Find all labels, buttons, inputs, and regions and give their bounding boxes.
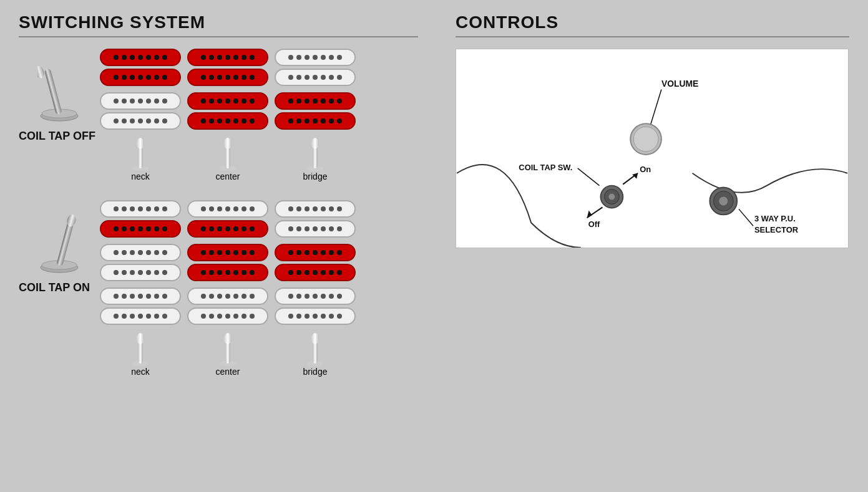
center-coil-top-on-1 bbox=[187, 200, 268, 218]
neck-coil-bottom-on-2 bbox=[100, 264, 181, 281]
switching-system-title: SWITCHING SYSTEM bbox=[19, 12, 418, 32]
bridge-switch-icon-on bbox=[305, 332, 326, 367]
neck-block-off-2 bbox=[100, 92, 181, 130]
center-coil-bottom-on-2 bbox=[187, 264, 268, 281]
svg-point-9 bbox=[224, 138, 232, 149]
bridge-label-off: bridge bbox=[303, 171, 328, 181]
center-coil-top-off-2 bbox=[187, 92, 268, 110]
coil-tap-on-toggle-area: COIL TAP ON bbox=[19, 200, 100, 294]
neck-block-on-2 bbox=[100, 244, 181, 281]
center-coil-bottom-off-2 bbox=[187, 112, 268, 130]
svg-rect-15 bbox=[56, 219, 74, 266]
center-switch-icon-on bbox=[217, 332, 239, 367]
neck-coil-top-off-2 bbox=[100, 92, 181, 110]
svg-point-22 bbox=[224, 333, 232, 344]
center-switch-off: center bbox=[187, 137, 268, 181]
center-block-on-3 bbox=[187, 287, 268, 325]
center-coil-bottom-on-1 bbox=[187, 220, 268, 238]
neck-coil-bottom-on-3 bbox=[100, 307, 181, 325]
pickup-row-2 bbox=[100, 92, 418, 130]
selector-label-line1: 3 WAY P.U. bbox=[754, 214, 796, 223]
center-coil-top-off bbox=[187, 49, 268, 66]
svg-point-33 bbox=[608, 194, 615, 200]
center-coil-bottom-on-3 bbox=[187, 307, 268, 325]
bridge-coil-top-on-1 bbox=[275, 200, 356, 218]
center-block-off bbox=[187, 49, 268, 86]
on-pickup-row-3 bbox=[100, 287, 418, 325]
bridge-block-on-2 bbox=[275, 244, 356, 281]
center-switch-icon-off bbox=[217, 137, 239, 171]
neck-coil-top-on-1 bbox=[100, 200, 181, 218]
neck-block-off bbox=[100, 49, 181, 86]
switching-divider bbox=[19, 36, 418, 37]
center-coil-top-on-2 bbox=[187, 244, 268, 261]
on-pickup-row-2 bbox=[100, 244, 418, 281]
controls-title: CONTROLS bbox=[456, 12, 849, 32]
bridge-coil-bottom-on-3 bbox=[275, 307, 356, 325]
neck-coil-bottom-on-1 bbox=[100, 220, 181, 238]
on-label: On bbox=[640, 165, 651, 174]
bridge-coil-top-off bbox=[275, 49, 356, 66]
svg-point-3 bbox=[37, 65, 46, 79]
off-label: Off bbox=[588, 219, 600, 229]
bridge-switch-icon-off bbox=[305, 137, 326, 171]
coil-tap-sw-label: COIL TAP SW. bbox=[519, 163, 572, 172]
bridge-coil-top-off-2 bbox=[275, 92, 356, 110]
coil-tap-off-label: COIL TAP OFF bbox=[19, 130, 100, 143]
bridge-coil-bottom-on-1 bbox=[275, 220, 356, 238]
neck-coil-top-off bbox=[100, 49, 181, 66]
coil-tap-on-section: COIL TAP ON bbox=[19, 200, 418, 377]
neck-label-on: neck bbox=[131, 367, 150, 377]
neck-switch-icon-off bbox=[130, 137, 152, 171]
switch-icons-on: neck bbox=[100, 332, 418, 377]
coil-tap-off-pickups: neck bbox=[100, 49, 418, 181]
svg-point-40 bbox=[719, 197, 728, 206]
on-pickup-row-1 bbox=[100, 200, 418, 238]
coil-tap-on-label: COIL TAP ON bbox=[19, 281, 100, 294]
svg-point-19 bbox=[137, 333, 144, 344]
bridge-switch-on: bridge bbox=[275, 332, 356, 377]
coil-tap-off-section: COIL TAP OFF bbox=[19, 49, 418, 181]
svg-point-12 bbox=[311, 138, 319, 149]
neck-coil-top-on-3 bbox=[100, 287, 181, 305]
svg-rect-2 bbox=[44, 68, 62, 115]
coil-tap-on-switch-icon bbox=[37, 206, 81, 275]
bridge-block-on-1 bbox=[275, 200, 356, 238]
switch-icons-off: neck bbox=[100, 137, 418, 181]
bridge-coil-bottom-off-2 bbox=[275, 112, 356, 130]
center-coil-bottom-off bbox=[187, 69, 268, 86]
center-block-off-2 bbox=[187, 92, 268, 130]
neck-block-on-3 bbox=[100, 287, 181, 325]
center-coil-top-on-3 bbox=[187, 287, 268, 305]
pickup-row-1 bbox=[100, 49, 418, 86]
bridge-coil-bottom-on-2 bbox=[275, 264, 356, 281]
neck-coil-bottom-off bbox=[100, 69, 181, 86]
svg-point-25 bbox=[311, 333, 319, 344]
bridge-switch-off: bridge bbox=[275, 137, 356, 181]
neck-block-on-1 bbox=[100, 200, 181, 238]
neck-switch-icon-on bbox=[130, 332, 152, 367]
bridge-coil-bottom-off bbox=[275, 69, 356, 86]
center-block-on-2 bbox=[187, 244, 268, 281]
selector-label-line2: SELECTOR bbox=[754, 225, 799, 234]
neck-switch-off: neck bbox=[100, 137, 181, 181]
volume-label: VOLUME bbox=[661, 79, 699, 89]
switching-system-panel: SWITCHING SYSTEM bbox=[0, 0, 437, 492]
bridge-block-on-3 bbox=[275, 287, 356, 325]
controls-panel: CONTROLS VOLUME COIL TAP SW. bbox=[437, 0, 868, 492]
center-label-off: center bbox=[216, 171, 240, 181]
bridge-coil-top-on-2 bbox=[275, 244, 356, 261]
center-block-on-1 bbox=[187, 200, 268, 238]
neck-label-off: neck bbox=[131, 171, 150, 181]
coil-tap-off-switch-icon bbox=[37, 55, 81, 123]
bridge-block-off bbox=[275, 49, 356, 86]
bridge-block-off-2 bbox=[275, 92, 356, 130]
bridge-label-on: bridge bbox=[303, 367, 328, 377]
neck-coil-top-on-2 bbox=[100, 244, 181, 261]
neck-switch-on: neck bbox=[100, 332, 181, 377]
svg-point-29 bbox=[633, 127, 658, 152]
center-label-on: center bbox=[216, 367, 240, 377]
center-switch-on: center bbox=[187, 332, 268, 377]
controls-svg: VOLUME COIL TAP SW. On Off bbox=[456, 49, 848, 248]
coil-tap-on-pickups: neck bbox=[100, 200, 418, 377]
